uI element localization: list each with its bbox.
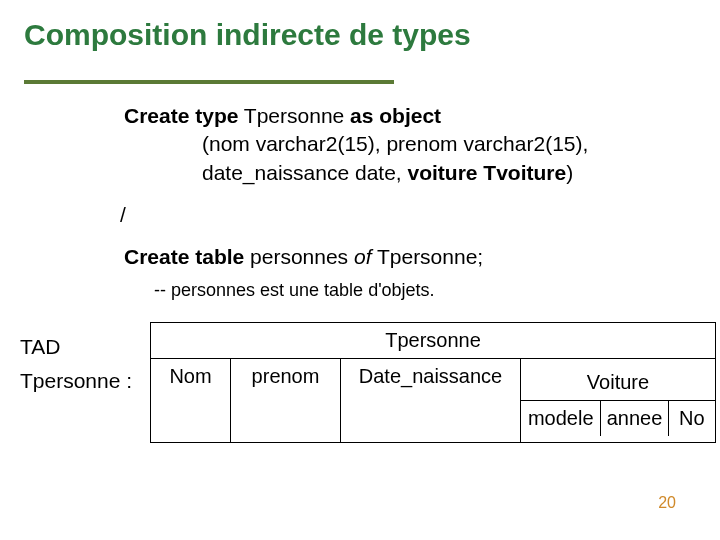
- of-type: Tpersonne;: [371, 245, 483, 268]
- col-nom: Nom: [151, 359, 231, 442]
- voiture-subcols: modele annee No: [521, 400, 715, 436]
- diagram-columns: Nom prenom Date_naissance Voiture modele…: [151, 359, 715, 442]
- col-prenom: prenom: [231, 359, 341, 442]
- type-name: Tpersonne: [238, 104, 350, 127]
- code-line-3: date_naissance date, voiture Tvoiture): [202, 159, 696, 187]
- code-slash: /: [120, 201, 696, 229]
- diagram-header: Tpersonne: [151, 323, 715, 359]
- code-block: Create type Tpersonne as object (nom var…: [124, 102, 696, 302]
- code-l3a: date_naissance date,: [202, 161, 408, 184]
- label-tad: TAD: [20, 330, 132, 364]
- code-line-1: Create type Tpersonne as object: [124, 102, 696, 130]
- code-comment: -- personnes est une table d'objets.: [154, 278, 696, 302]
- kw-of: of: [354, 245, 372, 268]
- label-typename: Tpersonne :: [20, 364, 132, 398]
- page-number: 20: [658, 494, 676, 512]
- kw-as-object: as object: [350, 104, 441, 127]
- subcol-annee: annee: [601, 401, 668, 436]
- divider: [24, 80, 394, 84]
- kw-create-type: Create type: [124, 104, 238, 127]
- code-line-2: (nom varchar2(15), prenom varchar2(15),: [202, 130, 696, 158]
- code-l3c: ): [566, 161, 573, 184]
- code-l3b: voiture Tvoiture: [408, 161, 567, 184]
- col-voiture-label: Voiture: [521, 365, 715, 400]
- subcol-no: No: [669, 401, 715, 436]
- type-diagram: TAD Tpersonne : Tpersonne Nom prenom Dat…: [24, 322, 696, 443]
- slide-title: Composition indirecte de types: [24, 18, 696, 52]
- col-date: Date_naissance: [341, 359, 521, 442]
- code-line-4: Create table personnes of Tpersonne;: [124, 243, 696, 271]
- slide: Composition indirecte de types Create ty…: [0, 0, 720, 540]
- kw-create-table: Create table: [124, 245, 244, 268]
- col-voiture: Voiture modele annee No: [521, 359, 715, 442]
- diagram-labels: TAD Tpersonne :: [20, 330, 132, 397]
- table-name: personnes: [244, 245, 354, 268]
- subcol-modele: modele: [521, 401, 601, 436]
- diagram-table: Tpersonne Nom prenom Date_naissance Voit…: [150, 322, 716, 443]
